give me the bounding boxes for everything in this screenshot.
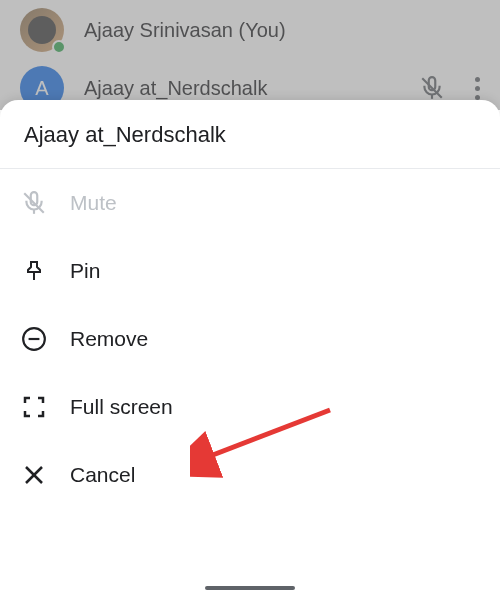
modal-overlay[interactable]: [0, 0, 500, 110]
cancel-option[interactable]: Cancel: [0, 441, 500, 509]
fullscreen-label: Full screen: [70, 395, 173, 419]
mute-label: Mute: [70, 191, 117, 215]
close-icon: [20, 461, 48, 489]
mute-icon: [20, 189, 48, 217]
sheet-header: Ajaay at_Nerdschalk: [0, 100, 500, 169]
fullscreen-option[interactable]: Full screen: [0, 373, 500, 441]
pin-option[interactable]: Pin: [0, 237, 500, 305]
remove-label: Remove: [70, 327, 148, 351]
remove-icon: [20, 325, 48, 353]
fullscreen-icon: [20, 393, 48, 421]
navigation-handle[interactable]: [205, 586, 295, 590]
remove-option[interactable]: Remove: [0, 305, 500, 373]
bottom-sheet: Ajaay at_Nerdschalk Mute Pin: [0, 100, 500, 598]
mute-option: Mute: [0, 169, 500, 237]
sheet-title: Ajaay at_Nerdschalk: [24, 122, 476, 148]
cancel-label: Cancel: [70, 463, 135, 487]
pin-icon: [20, 257, 48, 285]
pin-label: Pin: [70, 259, 100, 283]
